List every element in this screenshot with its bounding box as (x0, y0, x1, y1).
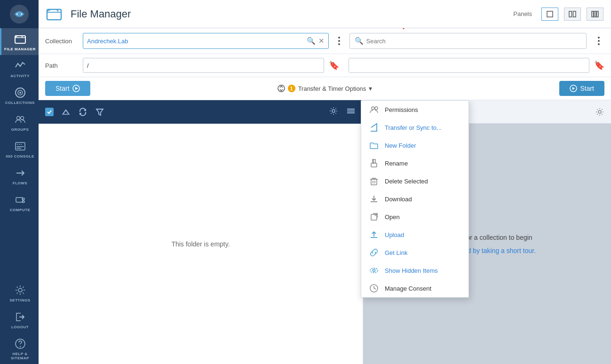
empty-message-text: This folder is empty. (171, 240, 230, 248)
transfer-options-label: Transfer & Timer Options (298, 85, 366, 92)
collection-label: Collection (45, 38, 78, 45)
dropdown-item-get-link[interactable]: Get Link (361, 244, 468, 261)
new-folder-icon (369, 141, 379, 150)
rename-label: Rename (385, 160, 408, 167)
sidebar-label-flows: FLOWS (13, 181, 27, 185)
svg-point-9 (17, 144, 18, 145)
search-icon-right: 🔍 (355, 37, 364, 45)
sidebar-item-flows[interactable]: FLOWS (0, 162, 39, 189)
sidebar-item-collections[interactable]: COLLECTIONS (0, 82, 39, 109)
dropdown-item-transfer-sync[interactable]: Transfer or Sync to... (361, 119, 468, 136)
transfer-icon (278, 85, 285, 92)
sidebar-item-compute[interactable]: COMPUTE (0, 189, 39, 216)
svg-rect-46 (371, 179, 377, 185)
single-panel-button[interactable] (541, 8, 558, 21)
start-left-button[interactable]: Start (45, 81, 90, 96)
dropdown-item-rename[interactable]: Rename (361, 154, 468, 172)
dropdown-item-open[interactable]: Open (361, 208, 468, 226)
sidebar-bottom: SETTINGS LOGOUT HELP & SITEMAP (0, 279, 39, 364)
dropdown-item-show-hidden[interactable]: Show Hidden Items (361, 261, 468, 279)
file-manager-icon (46, 5, 63, 24)
right-path-input-wrap (349, 58, 590, 73)
collection-input[interactable] (87, 38, 304, 45)
page-title: File Manager (71, 8, 508, 20)
rename-icon (369, 158, 379, 168)
svg-rect-12 (16, 146, 24, 147)
svg-point-53 (373, 269, 375, 272)
clear-icon[interactable]: ✕ (318, 37, 325, 45)
dropdown-item-delete[interactable]: Delete Selected (361, 172, 468, 190)
path-input-wrap (83, 58, 324, 73)
sidebar: FILE MANAGER ACTIVITY COLLECTIONS GROUPS (0, 0, 39, 364)
open-icon (369, 212, 379, 222)
bookmark-left-icon[interactable]: 🔖 (329, 60, 339, 71)
sidebar-label-logout: LOGOUT (11, 325, 29, 329)
dropdown-item-manage-consent[interactable]: Manage Consent (361, 279, 468, 297)
chevron-down-icon: ▾ (369, 85, 372, 92)
transfer-options-button[interactable]: 1 Transfer & Timer Options ▾ (278, 85, 373, 92)
svg-point-41 (372, 107, 374, 110)
upload-icon (369, 230, 379, 239)
get-link-label: Get Link (385, 249, 407, 256)
sidebar-item-help[interactable]: HELP & SITEMAP (0, 333, 39, 364)
svg-point-7 (20, 117, 24, 120)
sidebar-label-file-manager: FILE MANAGER (4, 47, 36, 51)
path-input[interactable] (87, 62, 320, 69)
left-menu-button[interactable] (346, 106, 356, 118)
svg-rect-24 (592, 11, 594, 17)
bookmark-right-icon[interactable]: 🔖 (594, 60, 604, 71)
collection-input-wrap: 🔍 ✕ (83, 33, 329, 49)
dropdown-item-permissions[interactable]: Permissions (361, 101, 468, 119)
svg-point-17 (18, 288, 22, 292)
svg-rect-2 (15, 36, 25, 43)
delete-label: Delete Selected (385, 178, 428, 185)
svg-rect-26 (597, 11, 599, 17)
app-header: File Manager Panels (39, 0, 611, 28)
empty-folder-message: This folder is empty. (39, 124, 363, 364)
select-all-checkbox[interactable] (45, 108, 54, 116)
collection-row: Collection 🔍 ✕ 🔍 (39, 28, 611, 54)
panels-area: This folder is empty. (39, 100, 611, 364)
sidebar-item-console[interactable]: 000 CONSOLE (0, 135, 39, 162)
svg-rect-13 (16, 148, 21, 149)
right-path-input[interactable] (353, 62, 586, 69)
collection-menu-button[interactable] (333, 33, 345, 49)
search-menu-button[interactable] (593, 33, 604, 49)
sidebar-item-file-manager[interactable]: FILE MANAGER (0, 28, 39, 55)
dropdown-item-upload[interactable]: Upload (361, 226, 468, 244)
refresh-button[interactable] (78, 107, 87, 117)
search-arrow-indicator (397, 28, 411, 32)
app-logo[interactable] (0, 0, 39, 28)
sidebar-label-settings: SETTINGS (9, 298, 30, 302)
path-row: Path 🔖 🔖 (39, 54, 611, 77)
double-panel-button[interactable] (564, 8, 581, 21)
manage-consent-label: Manage Consent (385, 285, 431, 292)
svg-point-16 (23, 201, 24, 203)
svg-point-19 (19, 346, 20, 347)
search-icon[interactable]: 🔍 (307, 37, 316, 45)
up-directory-button[interactable] (61, 107, 71, 117)
delete-icon (369, 176, 379, 186)
filter-button[interactable] (95, 107, 104, 117)
dropdown-item-new-folder[interactable]: New Folder (361, 136, 468, 154)
sidebar-item-groups[interactable]: GROUPS (0, 109, 39, 135)
dropdown-item-download[interactable]: Download (361, 190, 468, 208)
sidebar-item-settings[interactable]: SETTINGS (0, 279, 39, 306)
search-input[interactable] (366, 38, 582, 45)
transfer-badge: 1 (288, 85, 295, 92)
triple-panel-button[interactable] (587, 8, 603, 21)
sidebar-item-activity[interactable]: ACTIVITY (0, 55, 39, 82)
main-content: File Manager Panels Collection (39, 0, 611, 364)
right-settings-icon[interactable] (595, 107, 604, 117)
svg-rect-22 (569, 11, 572, 17)
sidebar-label-compute: COMPUTE (10, 208, 31, 212)
svg-rect-23 (573, 11, 576, 17)
context-dropdown-menu: Permissions Transfer or Sync to... (361, 100, 469, 298)
svg-rect-44 (371, 163, 377, 167)
svg-marker-30 (75, 87, 78, 90)
start-right-button[interactable]: Start (559, 81, 604, 96)
show-hidden-icon (369, 266, 379, 275)
settings-gear-icon[interactable] (329, 106, 338, 118)
sidebar-item-logout[interactable]: LOGOUT (0, 306, 39, 333)
open-label: Open (385, 214, 400, 221)
